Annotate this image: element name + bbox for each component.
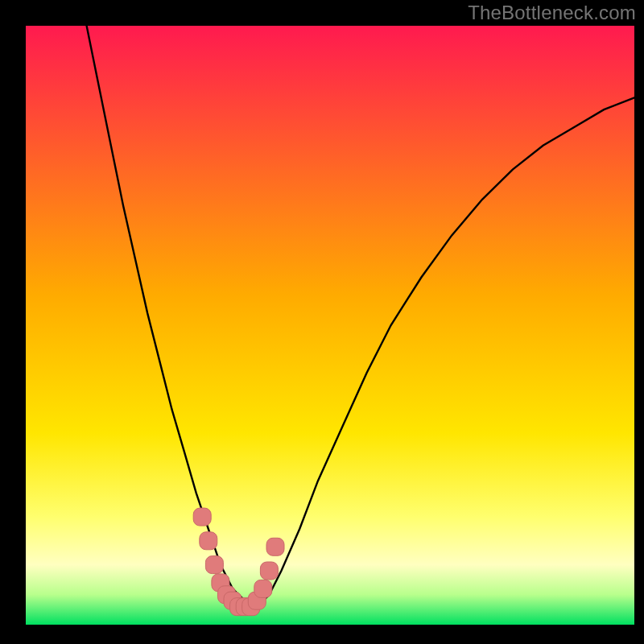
curve-marker [200, 532, 217, 550]
chart-frame: { "watermark": "TheBottleneck.com", "col… [0, 0, 644, 644]
watermark-text: TheBottleneck.com [468, 2, 636, 24]
curve-marker [193, 508, 211, 526]
curve-marker [254, 580, 272, 597]
curve-marker [260, 562, 278, 580]
curve-marker [266, 538, 284, 555]
bottleneck-chart [0, 0, 644, 644]
plot-gradient-background [26, 26, 634, 625]
curve-marker [205, 556, 223, 574]
